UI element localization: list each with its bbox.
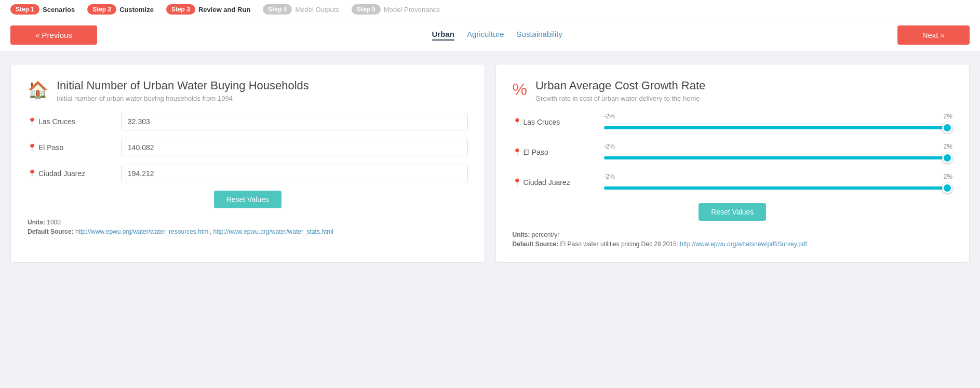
- step5-badge: Step 5: [352, 4, 381, 15]
- tab-group: Urban Agriculture Sustainability: [432, 30, 562, 41]
- right-source-text: El Paso water utilities pricing Dec 28 2…: [560, 240, 678, 248]
- slider-row-ciudad-juarez: 📍 Ciudad Juarez -2% 2%: [513, 173, 953, 192]
- slider-container-ciudad-juarez: -2% 2%: [604, 173, 953, 192]
- left-card-title: Initial Number of Urban Water Buying Hou…: [57, 79, 309, 92]
- right-card: % Urban Average Cost Growth Rate Growth …: [495, 64, 970, 263]
- field-row-ciudad-juarez: 📍 Ciudad Juarez: [28, 165, 468, 182]
- left-card: 🏠 Initial Number of Urban Water Buying H…: [10, 64, 485, 263]
- step2-badge: Step 2: [87, 4, 116, 15]
- slider-container-el-paso: -2% 2%: [604, 143, 953, 162]
- right-card-header: % Urban Average Cost Growth Rate Growth …: [513, 79, 953, 102]
- slider-row-el-paso: 📍 El Paso -2% 2%: [513, 143, 953, 162]
- step3-badge: Step 3: [166, 4, 195, 15]
- left-source-row: Default Source: http://www.epwu.org/wate…: [28, 228, 468, 235]
- tab-sustainability[interactable]: Sustainability: [517, 30, 562, 41]
- percent-icon: %: [513, 80, 527, 99]
- tab-agriculture[interactable]: Agriculture: [467, 30, 504, 41]
- slider-row-las-cruces: 📍 Las Cruces -2% 2%: [513, 113, 953, 131]
- top-nav: Step 1 Scenarios Step 2 Customize Step 3…: [0, 0, 980, 19]
- slider-label-las-cruces: 📍 Las Cruces: [513, 118, 596, 126]
- right-card-footer: Units: percent/yr Default Source: El Pas…: [513, 231, 953, 248]
- step2-item[interactable]: Step 2 Customize: [87, 4, 154, 15]
- slider-container-las-cruces: -2% 2%: [604, 113, 953, 131]
- pin-icon-ciudad-juarez: 📍: [28, 169, 36, 178]
- right-card-sliders: 📍 Las Cruces -2% 2% 📍 El Paso: [513, 113, 953, 221]
- next-button[interactable]: Next »: [897, 25, 970, 45]
- slider-ciudad-juarez[interactable]: [604, 186, 953, 190]
- slider-range-ciudad-juarez: -2% 2%: [604, 173, 953, 180]
- pin-icon-slider-el-paso: 📍: [513, 148, 521, 156]
- slider-las-cruces[interactable]: [604, 126, 953, 129]
- step5-item[interactable]: Step 5 Model Provenance: [352, 4, 440, 15]
- previous-button[interactable]: « Previous: [10, 25, 97, 45]
- step1-badge: Step 1: [10, 4, 39, 15]
- step5-label: Model Provenance: [384, 6, 440, 14]
- step3-item[interactable]: Step 3 Review and Run: [166, 4, 250, 15]
- right-source-link[interactable]: http://www.epwu.org/whatsnew/pdf/Survey.…: [680, 240, 807, 248]
- main-content: 🏠 Initial Number of Urban Water Buying H…: [0, 51, 980, 275]
- el-paso-label: 📍 El Paso: [28, 143, 111, 152]
- step1-label: Scenarios: [43, 6, 75, 14]
- left-reset-button[interactable]: Reset Values: [214, 191, 281, 208]
- pin-icon-slider-ciudad-juarez: 📍: [513, 178, 521, 186]
- step1-item[interactable]: Step 1 Scenarios: [10, 4, 75, 15]
- field-row-las-cruces: 📍 Las Cruces: [28, 113, 468, 130]
- step4-item[interactable]: Step 4 Model Outputs: [263, 4, 339, 15]
- right-units-row: Units: percent/yr: [513, 231, 953, 238]
- ciudad-juarez-label: 📍 Ciudad Juarez: [28, 169, 111, 178]
- el-paso-input[interactable]: [121, 139, 468, 156]
- right-card-subtitle: Growth rate in cost of urban water deliv…: [535, 95, 705, 102]
- ciudad-juarez-input[interactable]: [121, 165, 468, 182]
- slider-range-las-cruces: -2% 2%: [604, 113, 953, 120]
- left-units-row: Units: 1000: [28, 219, 468, 226]
- pin-icon-slider-las-cruces: 📍: [513, 118, 521, 126]
- field-row-el-paso: 📍 El Paso: [28, 139, 468, 156]
- right-reset-button[interactable]: Reset Values: [699, 203, 766, 221]
- left-card-fields: 📍 Las Cruces 📍 El Paso 📍 Ciudad Juarez: [28, 113, 468, 208]
- pin-icon-el-paso: 📍: [28, 143, 36, 152]
- las-cruces-label: 📍 Las Cruces: [28, 117, 111, 126]
- right-card-title-block: Urban Average Cost Growth Rate Growth ra…: [535, 79, 705, 102]
- right-card-title: Urban Average Cost Growth Rate: [535, 79, 705, 92]
- left-card-footer: Units: 1000 Default Source: http://www.e…: [28, 219, 468, 235]
- pin-icon-las-cruces: 📍: [28, 117, 36, 126]
- step2-label: Customize: [119, 6, 154, 14]
- tab-urban[interactable]: Urban: [432, 30, 454, 41]
- slider-el-paso[interactable]: [604, 156, 953, 159]
- action-bar: « Previous Urban Agriculture Sustainabil…: [0, 19, 980, 51]
- house-icon: 🏠: [28, 80, 48, 100]
- left-card-title-block: Initial Number of Urban Water Buying Hou…: [57, 79, 309, 102]
- las-cruces-input[interactable]: [121, 113, 468, 130]
- left-card-subtitle: Initial number of urban water buying hou…: [57, 95, 309, 102]
- left-source-text: http://www.epwu.org/water/water_resource…: [75, 228, 333, 235]
- right-source-row: Default Source: El Paso water utilities …: [513, 240, 953, 248]
- step4-badge: Step 4: [263, 4, 292, 15]
- slider-range-el-paso: -2% 2%: [604, 143, 953, 150]
- slider-label-ciudad-juarez: 📍 Ciudad Juarez: [513, 178, 596, 186]
- step4-label: Model Outputs: [295, 6, 339, 14]
- slider-label-el-paso: 📍 El Paso: [513, 148, 596, 156]
- step3-label: Review and Run: [198, 6, 250, 14]
- left-card-header: 🏠 Initial Number of Urban Water Buying H…: [28, 79, 468, 102]
